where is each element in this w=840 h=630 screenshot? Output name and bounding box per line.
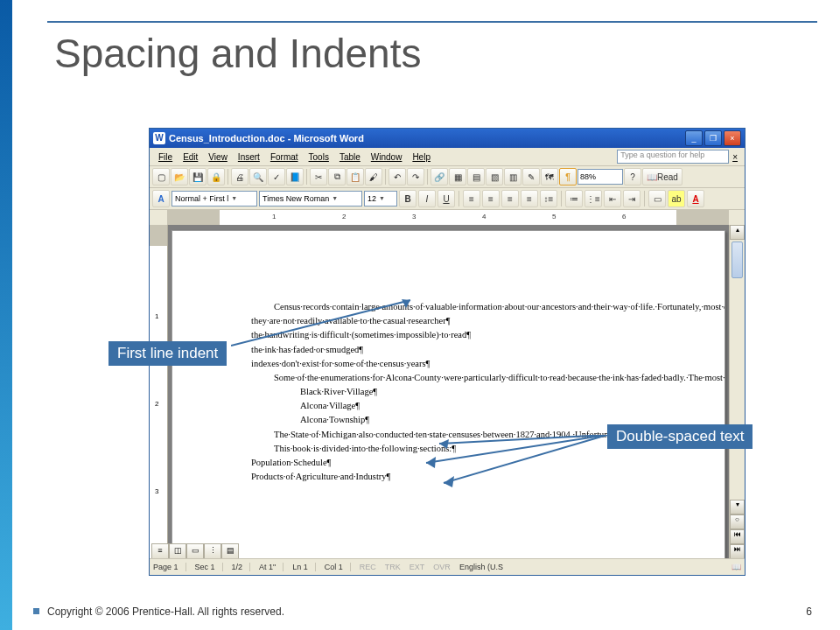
read-button[interactable]: 📖 Read xyxy=(642,168,682,186)
view-buttons: ≡ ◫ ▭ ⋮ ▤ xyxy=(151,543,239,557)
paragraph: Census·records·contain·large·amounts·of·… xyxy=(251,301,690,313)
save-icon[interactable]: 💾 xyxy=(189,168,206,186)
menu-view[interactable]: View xyxy=(203,150,233,164)
word-icon: W xyxy=(153,132,165,144)
menubar-close-icon[interactable]: × xyxy=(729,152,741,162)
status-bar: Page 1 Sec 1 1/2 At 1" Ln 1 Col 1 REC TR… xyxy=(150,558,745,575)
undo-icon[interactable]: ↶ xyxy=(388,168,406,186)
title-rule xyxy=(47,21,817,23)
tables-borders-icon[interactable]: ▦ xyxy=(449,168,466,186)
show-hide-icon[interactable]: ¶ xyxy=(559,168,577,186)
menu-help[interactable]: Help xyxy=(407,150,436,164)
menu-table[interactable]: Table xyxy=(334,150,366,164)
bullet-line: the·handwriting·is·difficult·(sometimes·… xyxy=(251,329,690,341)
size-combo[interactable]: 12▼ xyxy=(364,191,397,206)
hyperlink-icon[interactable]: 🔗 xyxy=(430,168,448,186)
menu-insert[interactable]: Insert xyxy=(233,150,265,164)
italic-icon[interactable]: I xyxy=(418,190,436,207)
reading-view-icon[interactable]: ▤ xyxy=(221,543,239,559)
document-page[interactable]: Census·records·contain·large·amounts·of·… xyxy=(172,230,725,559)
callout-double-spaced: Double-spaced text xyxy=(607,424,752,449)
spell-icon[interactable]: ✓ xyxy=(268,168,285,186)
status-at: At 1" xyxy=(259,563,284,571)
scroll-up-icon[interactable]: ▴ xyxy=(730,225,745,240)
menu-window[interactable]: Window xyxy=(366,150,408,164)
new-icon[interactable]: ▢ xyxy=(152,168,170,186)
decrease-indent-icon[interactable]: ⇤ xyxy=(604,190,621,207)
scroll-down-icon[interactable]: ▾ xyxy=(730,500,745,514)
highlight-icon[interactable]: ab xyxy=(668,190,685,207)
minimize-button[interactable]: _ xyxy=(685,130,703,146)
increase-indent-icon[interactable]: ⇥ xyxy=(623,190,640,207)
doc-map-icon[interactable]: 🗺 xyxy=(541,168,558,186)
excel-icon[interactable]: ▧ xyxy=(486,168,503,186)
menu-edit[interactable]: Edit xyxy=(178,150,203,164)
underline-icon[interactable]: U xyxy=(438,190,455,207)
drawing-icon[interactable]: ✎ xyxy=(522,168,540,186)
columns-icon[interactable]: ▥ xyxy=(504,168,522,186)
titlebar: W Census_Introduction.doc - Microsoft Wo… xyxy=(150,129,745,148)
vertical-scrollbar[interactable]: ▴ ▾ ○ ⏮ ⏭ xyxy=(729,225,745,559)
slide: Spacing and Indents W Census_Introductio… xyxy=(0,0,840,630)
format-painter-icon[interactable]: 🖌 xyxy=(365,168,382,186)
open-icon[interactable]: 📂 xyxy=(171,168,188,186)
insert-table-icon[interactable]: ▤ xyxy=(467,168,485,186)
web-view-icon[interactable]: ◫ xyxy=(169,543,186,559)
preview-icon[interactable]: 🔍 xyxy=(249,168,267,186)
bold-icon[interactable]: B xyxy=(399,190,416,207)
next-page-icon[interactable]: ⏭ xyxy=(730,544,745,559)
font-combo[interactable]: Times New Roman▼ xyxy=(259,191,362,206)
print-icon[interactable]: 🖨 xyxy=(231,168,248,186)
status-ovr: OVR xyxy=(433,563,451,571)
redo-icon[interactable]: ↷ xyxy=(407,168,424,186)
list-item: Alcona·Village¶ xyxy=(251,400,690,412)
numbering-icon[interactable]: ≔ xyxy=(565,190,583,207)
maximize-button[interactable]: ❐ xyxy=(704,130,722,146)
justify-icon[interactable]: ≡ xyxy=(521,190,538,207)
research-icon[interactable]: 📘 xyxy=(286,168,304,186)
help-icon[interactable]: ? xyxy=(624,168,641,186)
paste-icon[interactable]: 📋 xyxy=(346,168,364,186)
status-book-icon[interactable]: 📖 xyxy=(732,563,741,571)
cut-icon[interactable]: ✂ xyxy=(310,168,327,186)
bullet-line: they·are·not·readily·available·to·the·ca… xyxy=(251,315,690,327)
outline-view-icon[interactable]: ⋮ xyxy=(204,543,221,559)
menu-file[interactable]: File xyxy=(153,150,178,164)
align-left-icon[interactable]: ≡ xyxy=(463,190,480,207)
align-right-icon[interactable]: ≡ xyxy=(501,190,519,207)
status-ext: EXT xyxy=(410,563,425,571)
permission-icon[interactable]: 🔒 xyxy=(207,168,225,186)
vertical-ruler[interactable]: 1 2 3 xyxy=(150,225,168,559)
style-combo[interactable]: Normal + First l▼ xyxy=(172,191,257,206)
close-button[interactable]: × xyxy=(724,130,741,146)
menu-tools[interactable]: Tools xyxy=(304,150,334,164)
line-spacing-icon[interactable]: ↕≡ xyxy=(540,190,557,207)
page-number: 6 xyxy=(806,606,812,618)
print-view-icon[interactable]: ▭ xyxy=(186,543,204,559)
menubar: File Edit View Insert Format Tools Table… xyxy=(150,148,745,166)
status-rec: REC xyxy=(360,563,376,571)
align-center-icon[interactable]: ≡ xyxy=(482,190,500,207)
footer-bullet-icon xyxy=(33,608,39,614)
bullet-line: the·ink·has·faded·or·smudged¶ xyxy=(251,344,690,356)
prev-page-icon[interactable]: ⏮ xyxy=(730,529,745,544)
bullets-icon[interactable]: ⋮≡ xyxy=(584,190,602,207)
help-search-input[interactable]: Type a question for help xyxy=(617,150,729,164)
menu-format[interactable]: Format xyxy=(265,150,304,164)
list-item: Black·River·Village¶ xyxy=(251,386,690,398)
formatting-toolbar: A Normal + First l▼ Times New Roman▼ 12▼… xyxy=(150,188,745,210)
copy-icon[interactable]: ⧉ xyxy=(328,168,346,186)
styles-pane-icon[interactable]: A xyxy=(152,190,170,207)
borders-icon[interactable]: ▭ xyxy=(648,190,666,207)
scroll-thumb[interactable] xyxy=(732,242,743,278)
status-page: Page 1 xyxy=(153,563,186,571)
bullet-line: indexes·don't·exist·for·some·of·the·cens… xyxy=(251,358,690,370)
browse-select-icon[interactable]: ○ xyxy=(730,514,745,529)
paragraph: Population·Schedule¶ xyxy=(251,457,690,469)
normal-view-icon[interactable]: ≡ xyxy=(151,543,169,559)
paragraph: Products·of·Agriculture·and·Industry¶ xyxy=(251,471,690,483)
slide-title: Spacing and Indents xyxy=(54,30,421,77)
document-text: Census·records·contain·large·amounts·of·… xyxy=(251,301,690,485)
zoom-combo[interactable]: 88% xyxy=(578,169,623,185)
font-color-icon[interactable]: A xyxy=(687,190,704,207)
